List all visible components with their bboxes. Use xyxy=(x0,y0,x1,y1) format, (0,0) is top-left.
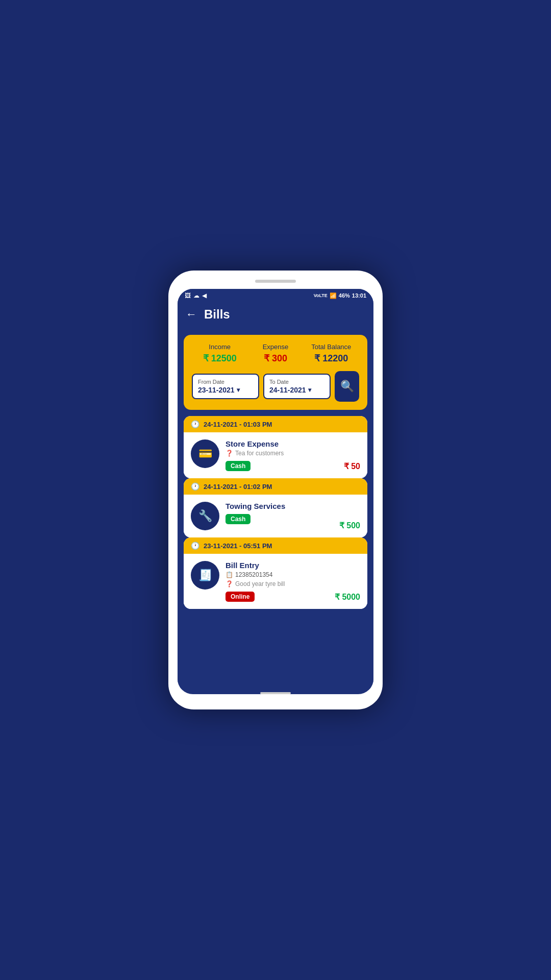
transaction-group-0: 🕐 24-11-2021 - 01:03 PM 💳 Store Expense … xyxy=(184,416,367,478)
wifi-icon: 📶 xyxy=(330,292,337,299)
transaction-item-0[interactable]: 💳 Store Expense ❓ Tea for customers Cash… xyxy=(184,432,367,478)
content-area: Income ₹ 12500 Expense ₹ 300 Total Balan… xyxy=(178,329,373,689)
payment-badge: Online xyxy=(226,592,255,602)
payment-badge: Cash xyxy=(226,514,251,524)
transaction-details-0: Store Expense ❓ Tea for customers Cash xyxy=(226,439,338,471)
transaction-group-1: 🕐 24-11-2021 - 01:02 PM 🔧 Towing Service… xyxy=(184,478,367,537)
transaction-amount: ₹ 5000 xyxy=(335,592,360,602)
summary-card: Income ₹ 12500 Expense ₹ 300 Total Balan… xyxy=(184,335,367,410)
transaction-time-2: 🕐 23-11-2021 - 05:51 PM xyxy=(184,537,367,554)
from-date-value: 23-11-2021 ▾ xyxy=(198,386,253,394)
income-label: Income xyxy=(192,343,247,351)
ref-icon: 📋 xyxy=(226,571,233,578)
transaction-category-icon: 💳 xyxy=(191,439,219,468)
balance-summary: Total Balance ₹ 12200 xyxy=(304,343,359,364)
transaction-title: Towing Services xyxy=(226,502,333,510)
clock-icon: 🕐 xyxy=(191,420,199,428)
transaction-title: Bill Entry xyxy=(226,561,329,570)
status-bar: 🖼 ☁ ◀ VoLTE 📶 46% 13:01 xyxy=(178,289,373,302)
expense-summary: Expense ₹ 300 xyxy=(247,343,303,364)
from-date-label: From Date xyxy=(198,379,253,385)
transaction-details-1: Towing Services Cash xyxy=(226,502,333,524)
transaction-note: ❓ Good year tyre bill xyxy=(226,580,329,587)
transaction-category-icon: 🔧 xyxy=(191,502,219,530)
transaction-item-2[interactable]: 🧾 Bill Entry 📋 12385201354 ❓ Good year t… xyxy=(184,554,367,609)
to-date-chevron-icon: ▾ xyxy=(308,386,311,394)
to-date-picker[interactable]: To Date 24-11-2021 ▾ xyxy=(263,374,331,399)
balance-amount: ₹ 12200 xyxy=(304,353,359,364)
payment-badge: Cash xyxy=(226,461,251,471)
transaction-ref: 📋 12385201354 xyxy=(226,571,329,578)
cloud-icon: ☁ xyxy=(193,292,199,299)
bottom-bar xyxy=(260,692,291,694)
transaction-note: ❓ Tea for customers xyxy=(226,450,338,457)
transaction-title: Store Expense xyxy=(226,439,338,448)
send-icon: ◀ xyxy=(202,292,207,299)
expense-amount: ₹ 300 xyxy=(247,353,303,364)
transaction-category-icon: 🧾 xyxy=(191,561,219,590)
summary-amounts-row: Income ₹ 12500 Expense ₹ 300 Total Balan… xyxy=(192,343,359,364)
status-left-icons: 🖼 ☁ ◀ xyxy=(185,292,207,299)
phone-screen: 🖼 ☁ ◀ VoLTE 📶 46% 13:01 ← Bills Income xyxy=(178,289,373,694)
transaction-amount: ₹ 50 xyxy=(344,461,360,471)
transaction-details-2: Bill Entry 📋 12385201354 ❓ Good year tyr… xyxy=(226,561,329,602)
to-date-label: To Date xyxy=(269,379,324,385)
transaction-datetime: 23-11-2021 - 05:51 PM xyxy=(204,542,272,550)
transaction-amount: ₹ 500 xyxy=(339,521,360,530)
balance-label: Total Balance xyxy=(304,343,359,351)
info-icon: ❓ xyxy=(226,580,233,587)
transaction-datetime: 24-11-2021 - 01:02 PM xyxy=(204,483,272,491)
search-icon: 🔍 xyxy=(340,380,354,393)
from-date-chevron-icon: ▾ xyxy=(237,386,240,394)
transactions-list: 🕐 24-11-2021 - 01:03 PM 💳 Store Expense … xyxy=(184,416,367,609)
transaction-time-1: 🕐 24-11-2021 - 01:02 PM xyxy=(184,478,367,495)
back-button[interactable]: ← xyxy=(186,308,197,321)
image-icon: 🖼 xyxy=(185,292,191,299)
volte-indicator: VoLTE xyxy=(314,293,328,298)
clock-icon: 🕐 xyxy=(191,482,199,491)
income-amount: ₹ 12500 xyxy=(192,353,247,364)
transaction-group-2: 🕐 23-11-2021 - 05:51 PM 🧾 Bill Entry 📋 1… xyxy=(184,537,367,609)
battery-indicator: 46% xyxy=(339,292,350,299)
time-display: 13:01 xyxy=(352,292,366,299)
info-icon: ❓ xyxy=(226,450,233,457)
search-button[interactable]: 🔍 xyxy=(335,371,359,402)
page-title: Bills xyxy=(204,307,230,322)
date-filter-row: From Date 23-11-2021 ▾ To Date 24-11-202… xyxy=(192,371,359,402)
to-date-value: 24-11-2021 ▾ xyxy=(269,386,324,394)
clock-icon: 🕐 xyxy=(191,542,199,550)
header: ← Bills xyxy=(178,302,373,329)
from-date-picker[interactable]: From Date 23-11-2021 ▾ xyxy=(192,374,259,399)
transaction-item-1[interactable]: 🔧 Towing Services Cash ₹ 500 xyxy=(184,495,367,537)
phone-frame: 🖼 ☁ ◀ VoLTE 📶 46% 13:01 ← Bills Income xyxy=(168,271,383,709)
income-summary: Income ₹ 12500 xyxy=(192,343,247,364)
transaction-datetime: 24-11-2021 - 01:03 PM xyxy=(204,421,272,428)
status-right-info: VoLTE 📶 46% 13:01 xyxy=(314,292,366,299)
expense-label: Expense xyxy=(247,343,303,351)
transaction-time-0: 🕐 24-11-2021 - 01:03 PM xyxy=(184,416,367,432)
